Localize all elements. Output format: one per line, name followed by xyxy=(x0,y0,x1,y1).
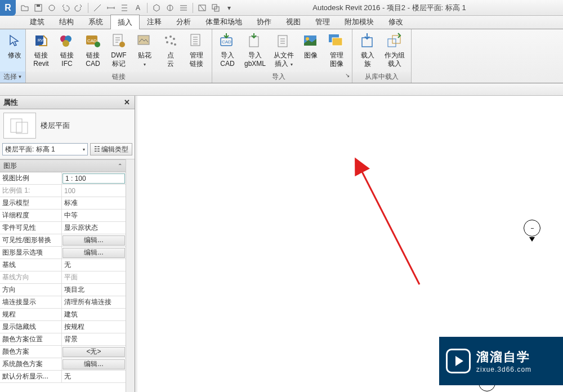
property-value[interactable]: 标准 xyxy=(62,197,126,209)
import-gbxml-icon xyxy=(246,32,264,50)
property-value[interactable]: 背景 xyxy=(62,333,126,345)
ribbon-group-select: 修改 选择▼ xyxy=(0,29,26,83)
property-value[interactable]: 编辑... xyxy=(62,359,125,369)
open-icon[interactable] xyxy=(19,2,30,14)
section-icon[interactable] xyxy=(164,2,176,14)
svg-rect-16 xyxy=(138,35,149,44)
link-cad-button[interactable]: CAD 链接CAD xyxy=(80,30,106,70)
svg-text:CAD: CAD xyxy=(222,39,231,44)
close-hidden-icon[interactable] xyxy=(196,2,208,14)
manage-links-button[interactable]: 管理链接 xyxy=(184,30,209,70)
load-family-button[interactable]: 载入族 xyxy=(355,30,381,70)
drawing-canvas[interactable]: 溜溜自学 zixue.3d66.com xyxy=(135,96,563,392)
property-value[interactable]: 建筑 xyxy=(62,309,126,320)
property-label: 墙连接显示 xyxy=(0,296,62,308)
tab-view[interactable]: 视图 xyxy=(279,14,308,29)
undo-icon[interactable] xyxy=(60,2,71,14)
manage-images-icon xyxy=(328,32,346,50)
tab-structure[interactable]: 结构 xyxy=(52,14,81,29)
tab-insert[interactable]: 插入 xyxy=(110,15,140,29)
tab-massing[interactable]: 体量和场地 xyxy=(198,14,249,29)
thinlines-icon[interactable] xyxy=(178,2,189,14)
property-row: 显示模型标准 xyxy=(0,197,126,210)
prop-section-graphics[interactable]: 图形 ⌃ xyxy=(0,159,126,172)
tab-modify[interactable]: 修改 xyxy=(381,14,410,29)
image-button[interactable]: 图像 xyxy=(298,30,324,70)
decal-icon xyxy=(136,32,154,50)
tab-annotate[interactable]: 注释 xyxy=(140,14,169,29)
property-value[interactable]: 无 xyxy=(62,371,126,382)
property-value[interactable]: 项目北 xyxy=(62,284,126,296)
tab-architecture[interactable]: 建筑 xyxy=(23,14,52,29)
property-label: 比例值 1: xyxy=(0,185,62,197)
property-row: 显示隐藏线按规程 xyxy=(0,321,126,333)
manage-images-button[interactable]: 管理图像 xyxy=(324,30,350,70)
close-icon[interactable]: ✕ xyxy=(122,98,131,107)
property-value[interactable]: 按规程 xyxy=(62,321,126,333)
instance-selector[interactable]: 楼层平面: 标高 1 ▾ xyxy=(2,143,88,155)
group-title-select[interactable]: 选择▼ xyxy=(0,72,25,83)
dwf-markup-button[interactable]: DWF标记 xyxy=(106,30,132,70)
link-cad-icon: CAD xyxy=(84,32,102,50)
property-value[interactable]: 显示原状态 xyxy=(62,222,126,234)
text-icon[interactable]: A xyxy=(132,2,144,14)
annotation-arrow xyxy=(358,166,436,290)
align-icon[interactable] xyxy=(119,2,130,14)
properties-title: 属性 xyxy=(3,97,18,108)
group-title-link: 链接 xyxy=(26,72,212,83)
point-cloud-button[interactable]: 点云 xyxy=(158,30,184,70)
type-selector[interactable]: 楼层平面 xyxy=(0,109,135,142)
load-family-icon xyxy=(359,32,377,50)
link-revit-button[interactable]: RVT 链接Revit xyxy=(28,30,54,70)
property-value[interactable]: 清理所有墙连接 xyxy=(62,296,126,308)
import-cad-icon: CAD xyxy=(218,32,236,50)
load-as-group-button[interactable]: 作为组载入 xyxy=(381,30,409,70)
save-icon[interactable] xyxy=(33,2,44,14)
property-row: 系统颜色方案编辑... xyxy=(0,358,126,371)
tab-collaborate[interactable]: 协作 xyxy=(249,14,279,29)
svg-point-18 xyxy=(169,35,172,38)
property-row: 零件可见性显示原状态 xyxy=(0,222,126,234)
property-value[interactable]: 1 : 100 xyxy=(62,173,125,184)
property-label: 图形显示选项 xyxy=(0,247,62,259)
import-gbxml-button[interactable]: 导入gbXML xyxy=(240,30,270,70)
collapse-icon[interactable]: ⌃ xyxy=(118,163,122,169)
measure-icon[interactable] xyxy=(92,2,103,14)
switch-window-icon[interactable] xyxy=(210,2,221,14)
property-value[interactable]: 编辑... xyxy=(62,235,125,246)
property-value[interactable]: <无> xyxy=(62,347,125,357)
elevation-marker[interactable] xyxy=(524,220,540,237)
tab-analyze[interactable]: 分析 xyxy=(169,14,198,29)
type-name: 楼层平面 xyxy=(41,121,70,131)
scrollbar[interactable] xyxy=(126,159,135,392)
insert-from-file-button[interactable]: 从文件插入 ▾ xyxy=(270,30,298,70)
property-row: 颜色方案位置背景 xyxy=(0,333,126,346)
redo-icon[interactable] xyxy=(73,2,84,14)
tab-manage[interactable]: 管理 xyxy=(308,14,337,29)
modify-button[interactable]: 修改 xyxy=(2,30,27,61)
tab-systems[interactable]: 系统 xyxy=(81,14,110,29)
app-logo[interactable]: R xyxy=(0,0,16,16)
sync-icon[interactable] xyxy=(46,2,57,14)
property-label: 颜色方案 xyxy=(0,346,62,358)
image-icon xyxy=(302,32,320,50)
property-label: 规程 xyxy=(0,309,62,320)
svg-point-13 xyxy=(95,42,100,47)
import-cad-button[interactable]: CAD 导入CAD xyxy=(215,30,240,70)
svg-rect-31 xyxy=(332,38,342,46)
property-label: 颜色方案位置 xyxy=(0,333,62,345)
property-row: 图形显示选项编辑... xyxy=(0,247,126,259)
property-row: 方向项目北 xyxy=(0,284,126,296)
property-value[interactable]: 无 xyxy=(62,259,126,271)
property-value[interactable]: 编辑... xyxy=(62,248,125,258)
link-ifc-button[interactable]: 链接IFC xyxy=(54,30,80,70)
edit-type-button[interactable]: ☷编辑类型 xyxy=(90,143,132,155)
property-value[interactable]: 中等 xyxy=(62,210,126,221)
dim-icon[interactable] xyxy=(105,2,117,14)
tab-addins[interactable]: 附加模块 xyxy=(337,14,381,29)
customize-qat-icon[interactable]: ▾ xyxy=(224,2,235,14)
decal-button[interactable]: 贴花▾ xyxy=(132,30,158,70)
3d-icon[interactable] xyxy=(151,2,162,14)
property-row: 基线无 xyxy=(0,259,126,271)
svg-text:RVT: RVT xyxy=(38,38,46,42)
